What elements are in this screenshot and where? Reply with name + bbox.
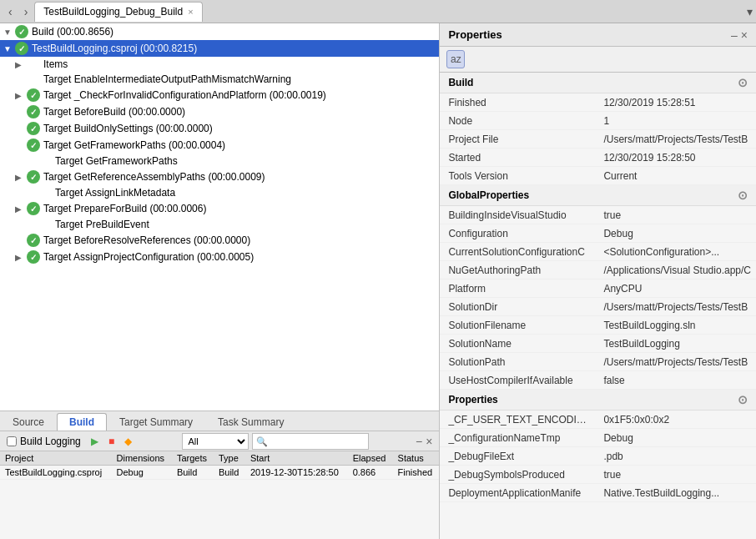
build-logging-panel: Build Logging ▶ ■ ◆ AllErrorsWarningsMes… [0,431,439,539]
tree-item[interactable]: Target BuildOnlySettings (00:00.0000) [0,120,439,137]
chevron-icon: ⊙ [738,393,748,406]
properties-minimize-button[interactable]: – [731,28,738,42]
search-input[interactable] [252,433,369,450]
prop-section-label: Properties [448,394,497,406]
tree-item[interactable]: ▶Target _CheckForInvalidConfigurationAnd… [0,87,439,103]
tab-build[interactable]: Build [57,413,107,431]
log-cell: TestBuildLogging.csproj [0,466,112,480]
prop-row: DeploymentApplicationManifeNative.TestBu… [440,484,756,502]
prop-name: Started [440,149,598,166]
tree-item[interactable]: ▼Build (00:00.8656) [0,23,439,40]
tab-close-icon[interactable]: × [188,7,193,17]
properties-toolbar: az [440,47,756,73]
prop-value: /Users/matt/Projects/Tests/TestB [598,354,756,370]
properties-close-button[interactable]: × [741,28,748,42]
tree-item[interactable]: ▶Target GetReferenceAssemblyPaths (00:00… [0,169,439,185]
prop-row: Tools VersionCurrent [440,167,756,185]
bottom-tabs: SourceBuildTarget SummaryTask Summary [0,411,439,431]
log-column-header: Targets [172,451,214,466]
tree-arrow: ▼ [3,28,15,37]
tree-arrow: ▶ [15,173,27,182]
play-button[interactable]: ▶ [88,434,103,449]
log-row[interactable]: TestBuildLogging.csprojDebugBuildBuild20… [0,466,439,480]
main-tab[interactable]: TestBuildLogging_Debug_Build × [34,2,202,22]
prop-section-header[interactable]: Build⊙ [440,73,756,93]
tree-item[interactable]: ▶Target AssignProjectConfiguration (00:0… [0,249,439,265]
tree-item[interactable]: ▶Items [0,57,439,72]
tree-item[interactable]: ▼TestBuildLogging.csproj (00:00.8215) [0,40,439,57]
tree-arrow: ▶ [15,204,27,214]
tab-source[interactable]: Source [0,413,57,431]
log-cell: Finished [393,466,440,480]
tab-task-summary[interactable]: Task Summary [205,413,296,431]
check-icon [27,234,40,247]
prop-value: Current [598,168,756,184]
log-column-header: Start [245,451,348,466]
tree-item[interactable]: Target BeforeResolveReferences (00:00.00… [0,232,439,249]
prop-value: true [598,466,756,483]
prop-name: NuGetAuthoringPath [440,262,598,279]
sort-az-button[interactable]: az [446,50,465,68]
log-cell: 2019-12-30T15:28:50 [245,466,348,480]
panel-minimize-button[interactable]: − [416,435,422,448]
prop-row: BuildingInsideVisualStudiotrue [440,206,756,224]
prop-name: SolutionDir [440,299,598,315]
left-panel: ▼Build (00:00.8656)▼TestBuildLogging.csp… [0,23,440,539]
build-tree: ▼Build (00:00.8656)▼TestBuildLogging.csp… [0,23,439,411]
tree-item-label: Build (00:00.8656) [32,26,113,38]
chevron-icon: ⊙ [738,189,748,202]
tree-item-label: Target GetReferenceAssemblyPaths (00:00.… [43,171,265,183]
log-cell: 0.866 [348,466,393,480]
prop-name: CurrentSolutionConfigurationC [440,244,598,260]
tree-item-label: Target AssignLinkMetadata [55,187,175,199]
tree-item[interactable]: Target GetFrameworkPaths (00:00.0004) [0,137,439,154]
tree-item-label: Target _CheckForInvalidConfigurationAndP… [43,89,326,101]
tree-item[interactable]: Target GetFrameworkPaths [0,154,439,169]
tree-arrow: ▶ [15,60,27,69]
prop-value: Debug [598,225,756,242]
tree-item-label: Target BeforeBuild (00:00.0000) [43,106,185,118]
prop-row: SolutionPath/Users/matt/Projects/Tests/T… [440,353,756,371]
panel-checkbox[interactable] [7,436,17,446]
filter-select[interactable]: AllErrorsWarningsMessages [182,433,249,450]
prop-row: Finished12/30/2019 15:28:51 [440,93,756,112]
log-table: ProjectDimensionsTargetsTypeStartElapsed… [0,451,439,539]
tree-item[interactable]: Target AssignLinkMetadata [0,185,439,200]
tree-item[interactable]: Target BeforeBuild (00:00.0000) [0,103,439,120]
check-icon [27,170,40,184]
tree-item[interactable]: Target EnableIntermediateOutputPathMisma… [0,72,439,87]
prop-section-header[interactable]: Properties⊙ [440,390,756,411]
prop-name: Tools Version [440,168,598,184]
nav-back-button[interactable]: ‹ [3,3,18,20]
tab-dropdown-button[interactable]: ▾ [747,5,753,18]
tree-item-label: Target GetFrameworkPaths (00:00.0004) [43,139,225,151]
stop-button[interactable]: ■ [104,434,119,449]
check-icon [27,88,40,102]
prop-name: DeploymentApplicationManife [440,485,598,501]
prop-section-header[interactable]: GlobalProperties⊙ [440,185,756,206]
prop-value: 1 [598,113,756,129]
tree-item[interactable]: ▶Target PrepareForBuild (00:00.0006) [0,200,439,217]
prop-row: NuGetAuthoringPath/Applications/Visual S… [440,261,756,280]
prop-name: Finished [440,94,598,111]
tree-arrow: ▶ [15,253,27,262]
prop-row: Project File/Users/matt/Projects/Tests/T… [440,130,756,149]
prop-name: UseHostCompilerIfAvailable [440,372,598,389]
tab-target-summary[interactable]: Target Summary [107,413,205,431]
check-icon [27,250,40,264]
prop-row: _ConfigurationNameTmpDebug [440,429,756,447]
nav-forward-button[interactable]: › [19,3,33,20]
tree-item[interactable]: Target PreBuildEvent [0,217,439,232]
prop-name: Platform [440,280,598,297]
prop-name: _CF_USER_TEXT_ENCODING [440,411,598,428]
tree-item-label: Target BuildOnlySettings (00:00.0000) [43,123,213,134]
pin-button[interactable]: ◆ [121,434,136,449]
panel-close-button[interactable]: × [426,435,432,448]
panel-buttons: ▶ ■ ◆ [88,434,136,449]
prop-name: _DebugFileExt [440,448,598,465]
check-icon [27,122,40,135]
chevron-icon: ⊙ [738,76,748,89]
log-column-header: Project [0,451,112,466]
check-icon [27,105,40,118]
prop-value: AnyCPU [598,280,756,297]
